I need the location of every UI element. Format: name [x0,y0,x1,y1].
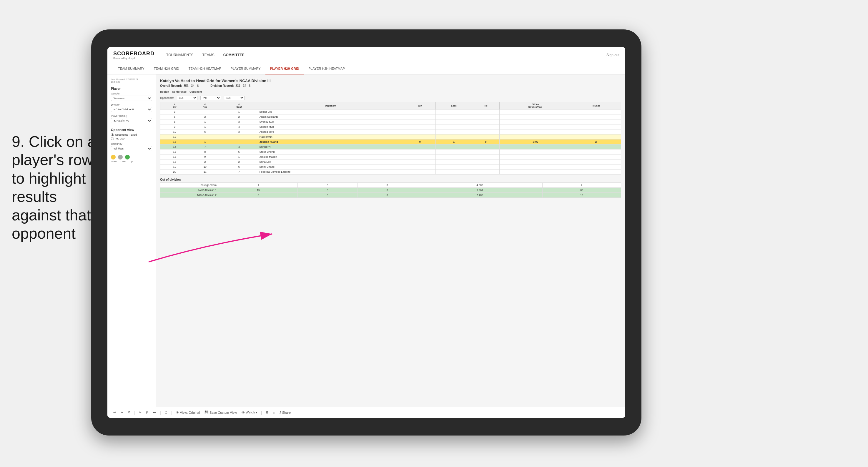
table-row[interactable]: 16 9 1 Jessica Mason [160,155,621,159]
th-win: Win [404,102,436,110]
main-data-table: #Div #Reg #Conf Opponent Win Loss Tie Di… [160,102,621,175]
main-content: Last Updated: 27/03/2024 16:55:28 Player… [107,74,625,407]
cell-conf: 2 [221,115,257,120]
cell-win [404,169,436,175]
table-row[interactable]: 5 2 2 Alexis Sudjianto [160,115,621,120]
save-custom-view-button[interactable]: 💾 Save Custom View [203,410,238,415]
toolbar-sep-3: | [171,410,173,415]
table-row[interactable]: 20 11 7 Federica Domecq Lacroze [160,169,621,175]
table-row[interactable]: 3 1 Esther Lee [160,110,621,115]
out-cell-win: 5 [219,193,298,198]
out-cell-name: Foreign Team [160,183,219,188]
undo-button[interactable]: ↩ [112,410,117,415]
cell-opponent: Alexis Sudjianto [257,115,404,120]
cell-div: 18 [160,159,189,164]
cell-opponent: Andrea York [257,129,404,134]
list-view-button[interactable]: ≡ [272,410,276,415]
tablet-frame: SCOREBOARD Powered by clippd TOURNAMENTS… [91,29,642,436]
table-row[interactable]: 18 2 2 Euna Lee [160,159,621,164]
opponent-view-title: Opponent view [111,128,152,131]
cell-opponent: Sharon Mun [257,124,404,129]
th-diff: Diff AvStrokes/Rnd [500,102,571,110]
cell-diff [500,124,571,129]
tab-player-h2h-grid[interactable]: PLAYER H2H GRID [266,63,304,74]
cell-opponent: Esther Lee [257,110,404,115]
redo-button[interactable]: ↪ [120,410,124,415]
out-table-row[interactable]: Foreign Team 1 0 0 4.500 2 [160,183,621,188]
player-section-title: Player [111,87,152,90]
paste-button[interactable]: ⎘ [145,410,150,415]
radio-top-100[interactable]: Top 100 [111,137,152,140]
out-cell-tie: 0 [358,193,417,198]
nav-tournaments[interactable]: TOURNAMENTS [166,52,193,58]
cell-loss [436,150,472,155]
cell-rounds [571,169,621,175]
cell-diff [500,110,571,115]
th-rounds: Rounds [571,102,621,110]
record-row: Overall Record: 353 - 34 - 6 Division Re… [160,84,621,87]
cell-win [404,120,436,124]
cell-conf [221,134,257,139]
table-row[interactable]: 10 6 3 Andrea York [160,129,621,134]
filter-opponent-group: Opponent [189,90,202,93]
radio-opponents-played[interactable]: Opponents Played [111,133,152,136]
cell-win [404,129,436,134]
filter-selects-row: Opponents: (All) (All) (All) [160,96,621,100]
player-rank-select[interactable]: 8. Katelyn Vo [111,118,152,123]
cell-rounds [571,145,621,150]
cell-rounds [571,110,621,115]
cell-conf: 3 [221,120,257,124]
refresh-button[interactable]: ⟳ [127,410,132,415]
cell-diff [500,145,571,150]
tab-team-h2h-heatmap[interactable]: TEAM H2H HEATMAP [184,63,226,74]
grid-view-button[interactable]: ⊞ [264,410,269,415]
grid-area: Katelyn Vo Head-to-Head Grid for Women's… [156,74,625,407]
cell-diff [500,129,571,134]
gender-label: Gender [111,92,152,95]
more-button[interactable]: ••• [152,410,158,415]
cell-tie [472,134,500,139]
table-row[interactable]: 19 10 6 Emily Chang [160,164,621,169]
table-row-eunice[interactable]: 14 7 4 Eunice Yi [160,145,621,150]
out-cell-diff: 9.267 [417,188,542,193]
cell-diff [500,159,571,164]
colour-labels: Down Level Up [111,160,152,163]
out-cell-diff: 4.500 [417,183,542,188]
tab-player-summary[interactable]: PLAYER SUMMARY [226,63,266,74]
table-row-jessica-highlighted[interactable]: 13 1 Jessica Huang 0 1 0 -3.00 2 [160,139,621,145]
table-row[interactable]: 9 1 4 Sharon Mun [160,124,621,129]
out-table-row[interactable]: NAIA Division 1 15 0 0 9.267 30 [160,188,621,193]
division-select[interactable]: NCAA Division III [111,107,152,112]
opponent-filter-select[interactable]: (All) [224,96,245,100]
nav-committee[interactable]: COMMITTEE [223,52,245,58]
conference-filter-select[interactable]: (All) [200,96,221,100]
table-row[interactable]: 15 8 5 Stella Cheng [160,150,621,155]
out-table-row[interactable]: NCAA Division 2 5 0 0 7.400 10 [160,193,621,198]
th-loss: Loss [436,102,472,110]
share-button[interactable]: ⤴ Share [278,410,292,415]
tab-player-h2h-heatmap[interactable]: PLAYER H2H HEATMAP [304,63,349,74]
sign-out-button[interactable]: | Sign out [604,53,620,57]
out-cell-loss: 0 [298,183,357,188]
colour-by-select[interactable]: Win/loss [111,146,152,151]
cell-rounds [571,150,621,155]
table-row-haeji[interactable]: 12 Haeji Hyun [160,134,621,139]
cell-tie [472,155,500,159]
colour-circles [111,155,152,159]
cell-loss [436,155,472,159]
view-original-button[interactable]: 👁 View: Original [175,410,201,415]
tab-team-summary[interactable]: TEAM SUMMARY [113,63,149,74]
cell-win [404,145,436,150]
table-row[interactable]: 6 1 3 Sydney Kuo [160,120,621,124]
cell-div: 10 [160,129,189,134]
tab-team-h2h-grid[interactable]: TEAM H2H GRID [149,63,184,74]
cut-button[interactable]: ✂ [138,410,143,415]
nav-teams[interactable]: TEAMS [202,52,214,58]
gender-select[interactable]: Women's [111,96,152,101]
cell-reg: 10 [189,164,221,169]
timer-button[interactable]: ⏱ [163,410,169,415]
watch-button[interactable]: 👁 Watch ▾ [240,410,259,415]
cell-opponent: Euna Lee [257,159,404,164]
region-filter-select[interactable]: (All) [177,96,197,100]
colour-by-label: Colour by [111,143,152,145]
